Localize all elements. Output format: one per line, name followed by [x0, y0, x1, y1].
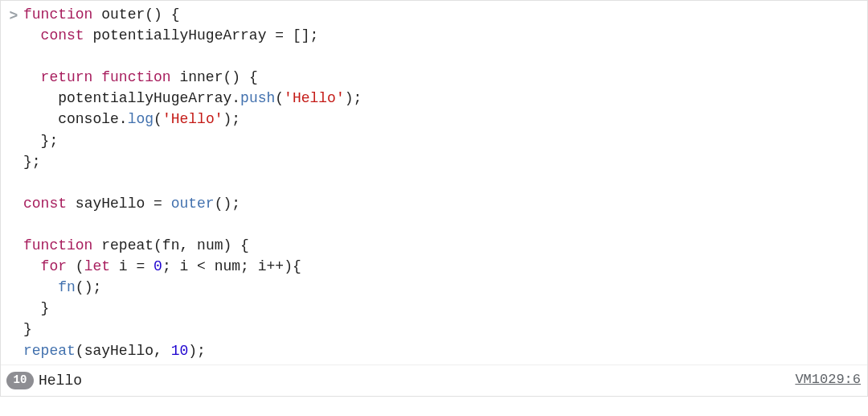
- console-input-row[interactable]: > function outer() { const potentiallyHu…: [1, 1, 867, 365]
- source-link[interactable]: VM1029:6: [795, 370, 861, 390]
- console-log-row: 10 Hello VM1029:6: [1, 365, 867, 396]
- input-prompt-icon: >: [4, 4, 23, 27]
- log-message: Hello: [39, 370, 795, 391]
- repeat-count-badge: 10: [6, 372, 34, 389]
- devtools-console: > function outer() { const potentiallyHu…: [0, 0, 868, 397]
- console-input-code[interactable]: function outer() { const potentiallyHuge…: [23, 4, 861, 361]
